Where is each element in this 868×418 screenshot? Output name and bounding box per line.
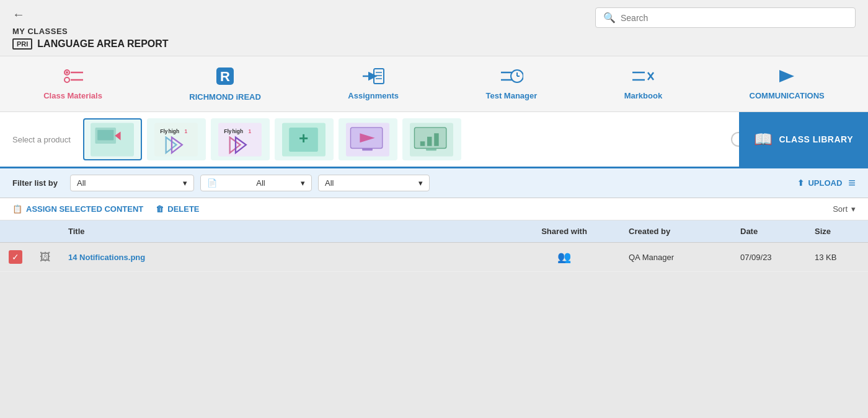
row-size-cell: 13 KB (806, 243, 868, 272)
table-header: Title Shared with Created by Date Size (0, 220, 868, 243)
svg-text:R: R (220, 69, 230, 84)
table-row: ✓ 🖼 14 Notifications.png 👥 QA Manager 07… (0, 243, 868, 272)
assignments-icon (361, 67, 385, 87)
pri-badge: PRI (12, 38, 32, 50)
chevron-down-icon-3: ▾ (418, 178, 423, 188)
list-view-icon: ≡ (848, 176, 856, 189)
assign-selected-content-button[interactable]: 📋 ASSIGN SELECTED CONTENT (12, 204, 143, 214)
search-icon: 🔍 (603, 12, 616, 24)
table-body: ✓ 🖼 14 Notifications.png 👥 QA Manager 07… (0, 243, 868, 272)
file-type-icon: 🖼 (40, 251, 51, 263)
class-library-button[interactable]: 📖 CLASS LIBRARY (739, 112, 868, 167)
col-checkbox (0, 220, 31, 243)
product-bar: Select a product Fly high 1 (0, 112, 868, 168)
col-created-by: Created by (620, 220, 732, 243)
nav-label-markbook: Markbook (624, 91, 662, 100)
svg-text:1: 1 (249, 128, 252, 134)
my-classes-label: MY CLASSES (12, 27, 169, 36)
svg-rect-52 (427, 148, 437, 150)
communications-icon (777, 67, 797, 87)
sort-dropdown[interactable]: Sort ▾ (833, 204, 856, 214)
svg-rect-24 (98, 129, 114, 140)
svg-rect-45 (363, 148, 373, 150)
col-title: Title (60, 220, 508, 243)
product-item-5[interactable] (339, 118, 397, 160)
checkbox-checked[interactable]: ✓ (9, 250, 22, 264)
search-box[interactable]: 🔍 (595, 7, 856, 28)
svg-rect-50 (427, 136, 432, 146)
class-library-label: CLASS LIBRARY (779, 134, 853, 144)
svg-rect-49 (420, 141, 425, 146)
course-label: PRI LANGUAGE AREA REPORT (12, 38, 169, 50)
nav-label-test-manager: Test Manager (485, 91, 537, 100)
filter-select-2-value: All (256, 178, 265, 188)
class-materials-icon (62, 67, 84, 87)
nav-item-markbook[interactable]: Markbook (612, 64, 675, 104)
row-checkbox-cell[interactable]: ✓ (0, 243, 31, 272)
nav-label-assignments: Assignments (348, 91, 399, 100)
svg-point-1 (64, 77, 69, 82)
svg-text:Fly: Fly (224, 128, 232, 134)
svg-rect-8 (374, 69, 384, 84)
content-table-container: Title Shared with Created by Date Size ✓… (0, 220, 868, 272)
trash-icon: 🗑 (156, 204, 164, 214)
product-item-3[interactable]: Fly high 1 (211, 118, 270, 160)
richmond-iread-icon: R (215, 66, 235, 89)
delete-label: DELETE (167, 204, 199, 214)
filter-select-2[interactable]: 📄 All ▾ (200, 175, 312, 191)
list-view-button[interactable]: ≡ (848, 176, 856, 190)
nav-bar: Class Materials R RICHMOND iREAD (0, 56, 868, 112)
row-date-cell: 07/09/23 (732, 243, 806, 272)
row-file-icon-cell: 🖼 (31, 243, 60, 272)
svg-text:+: + (299, 129, 308, 147)
assign-label: ASSIGN SELECTED CONTENT (26, 204, 143, 214)
svg-marker-21 (779, 70, 794, 82)
col-shared: Shared with (508, 220, 620, 243)
product-item-6[interactable] (402, 118, 461, 160)
file-link[interactable]: 14 Notifications.png (68, 253, 145, 262)
nav-label-richmond-iread: RICHMOND iREAD (189, 92, 261, 102)
class-library-icon: 📖 (754, 131, 773, 148)
svg-rect-51 (435, 133, 439, 146)
nav-item-assignments[interactable]: Assignments (335, 64, 411, 104)
row-created-by-cell: QA Manager (620, 243, 732, 272)
upload-button[interactable]: ⬆ UPLOAD (797, 178, 842, 188)
filter-select-3[interactable]: All ▾ (318, 175, 430, 191)
back-button[interactable]: ← (12, 7, 169, 22)
filter-select-3-value: All (325, 178, 334, 188)
select-product-label: Select a product (12, 135, 71, 144)
filter-label: Filter list by (12, 178, 58, 188)
assign-icon: 📋 (12, 204, 22, 214)
col-date: Date (732, 220, 806, 243)
products-list: Fly high 1 Fly high 1 + (83, 118, 731, 160)
actions-bar: 📋 ASSIGN SELECTED CONTENT 🗑 DELETE Sort … (0, 198, 868, 220)
document-icon: 📄 (207, 178, 217, 188)
nav-item-class-materials[interactable]: Class Materials (31, 64, 115, 104)
svg-text:high: high (232, 128, 244, 134)
nav-item-richmond-iread[interactable]: R RICHMOND iREAD (177, 63, 273, 105)
nav-item-test-manager[interactable]: Test Manager (473, 64, 549, 104)
nav-item-communications[interactable]: COMMUNICATIONS (737, 64, 837, 104)
search-input[interactable] (621, 13, 848, 23)
row-title-cell[interactable]: 14 Notifications.png (60, 243, 508, 272)
svg-point-2 (66, 71, 68, 74)
filter-select-1-value: All (77, 178, 86, 188)
col-filetype (31, 220, 60, 243)
course-title: LANGUAGE AREA REPORT (37, 38, 168, 50)
upload-label: UPLOAD (808, 178, 842, 188)
markbook-icon (631, 67, 655, 87)
col-size: Size (806, 220, 868, 243)
header: ← MY CLASSES PRI LANGUAGE AREA REPORT 🔍 (0, 0, 868, 56)
nav-label-class-materials: Class Materials (43, 91, 102, 100)
nav-label-communications: COMMUNICATIONS (750, 91, 825, 100)
header-left: ← MY CLASSES PRI LANGUAGE AREA REPORT (12, 7, 169, 50)
product-item-2[interactable]: Fly high 1 (147, 118, 206, 160)
product-item-4[interactable]: + (275, 118, 334, 160)
product-item-1[interactable] (83, 118, 142, 160)
svg-text:Fly: Fly (161, 128, 168, 134)
filter-bar: Filter list by All ▾ 📄 All ▾ All ▾ ⬆ UPL… (0, 168, 868, 198)
test-manager-icon (500, 67, 523, 87)
sort-chevron-icon: ▾ (851, 204, 856, 214)
filter-select-1[interactable]: All ▾ (70, 175, 194, 191)
delete-button[interactable]: 🗑 DELETE (156, 204, 199, 214)
